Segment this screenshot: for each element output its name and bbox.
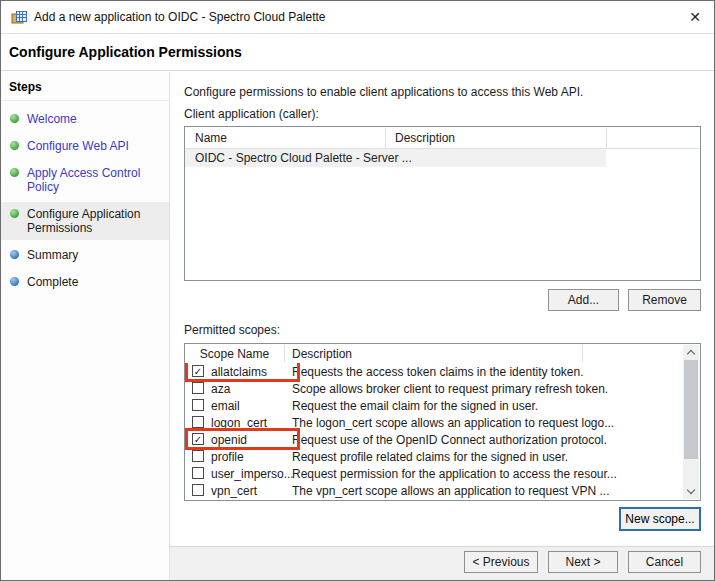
scope-name: profile bbox=[211, 450, 244, 464]
next-button[interactable]: Next > bbox=[548, 551, 618, 573]
scope-row[interactable]: profile Request profile related claims f… bbox=[185, 448, 682, 465]
scope-checkbox[interactable] bbox=[192, 416, 204, 428]
step-label: Complete bbox=[27, 275, 78, 289]
client-application-label: Client application (caller): bbox=[184, 107, 319, 121]
step-item[interactable]: Configure Web API bbox=[1, 134, 169, 158]
scope-checkbox[interactable]: ✓ bbox=[192, 365, 204, 377]
scope-description: Request use of the OpenID Connect author… bbox=[292, 433, 607, 447]
step-label: Apply Access Control Policy bbox=[27, 166, 140, 194]
step-label: Welcome bbox=[27, 112, 77, 126]
step-bullet-icon bbox=[10, 209, 19, 218]
scrollbar[interactable] bbox=[683, 345, 699, 499]
scroll-up-icon[interactable] bbox=[683, 345, 699, 360]
steps-heading: Steps bbox=[1, 72, 169, 101]
scope-column-name[interactable]: Scope Name bbox=[185, 347, 284, 361]
column-divider bbox=[284, 345, 285, 362]
scope-name: vpn_cert bbox=[211, 484, 257, 498]
window-title: Add a new application to OIDC - Spectro … bbox=[34, 10, 326, 24]
scope-name-cell: ✓ allatclaims bbox=[186, 363, 292, 380]
permitted-scopes-table: Scope Name Description ✓ allatclaims Req… bbox=[184, 343, 701, 501]
scroll-down-icon[interactable] bbox=[683, 484, 699, 499]
permitted-scopes-label: Permitted scopes: bbox=[184, 323, 280, 337]
scope-rows: ✓ allatclaims Requests the access token … bbox=[185, 363, 682, 500]
scope-name: user_imperso... bbox=[211, 467, 294, 481]
step-bullet-icon bbox=[10, 168, 19, 177]
remove-button[interactable]: Remove bbox=[628, 289, 701, 311]
scope-name-cell: ✓ openid bbox=[186, 431, 292, 448]
scope-row[interactable]: ✓ openid Request use of the OpenID Conne… bbox=[185, 431, 682, 448]
client-column-name[interactable]: Name bbox=[195, 131, 227, 145]
scope-name-cell: vpn_cert bbox=[186, 482, 292, 499]
page-title: Configure Application Permissions bbox=[9, 44, 242, 60]
application-icon bbox=[11, 9, 28, 26]
step-label: Configure Application Permissions bbox=[27, 207, 140, 235]
scope-checkbox[interactable] bbox=[192, 467, 204, 479]
scope-row[interactable]: vpn_cert The vpn_cert scope allows an ap… bbox=[185, 482, 682, 499]
scope-name: allatclaims bbox=[211, 365, 267, 379]
scope-checkbox[interactable] bbox=[192, 399, 204, 411]
cancel-button[interactable]: Cancel bbox=[628, 551, 701, 573]
step-label: Configure Web API bbox=[27, 139, 129, 153]
previous-button[interactable]: < Previous bbox=[464, 551, 538, 573]
client-rows: OIDC - Spectro Cloud Palette - Server ..… bbox=[185, 149, 700, 167]
scope-description: Requests the access token claims in the … bbox=[292, 365, 584, 379]
scope-name-cell: user_imperso... bbox=[186, 465, 292, 482]
column-divider bbox=[582, 345, 583, 362]
new-scope-button[interactable]: New scope... bbox=[619, 507, 701, 531]
scope-name-cell: aza bbox=[186, 380, 292, 397]
step-bullet-icon bbox=[10, 277, 19, 286]
scope-row[interactable]: user_imperso... Request permission for t… bbox=[185, 465, 682, 482]
instructions-text: Configure permissions to enable client a… bbox=[184, 85, 583, 99]
scope-checkbox[interactable] bbox=[192, 450, 204, 462]
scope-name-cell: email bbox=[186, 397, 292, 414]
wizard-dialog: Add a new application to OIDC - Spectro … bbox=[0, 0, 715, 581]
scope-row[interactable]: email Request the email claim for the si… bbox=[185, 397, 682, 414]
step-item[interactable]: Welcome bbox=[1, 107, 169, 131]
scope-description: The vpn_cert scope allows an application… bbox=[292, 484, 610, 498]
scope-name: openid bbox=[211, 433, 247, 447]
scope-description: The logon_cert scope allows an applicati… bbox=[292, 416, 614, 430]
step-bullet-icon bbox=[10, 250, 19, 259]
client-application-table: Name Description OIDC - Spectro Cloud Pa… bbox=[184, 126, 701, 281]
scope-column-description[interactable]: Description bbox=[292, 347, 352, 361]
scope-name-cell: profile bbox=[186, 448, 292, 465]
scope-name: aza bbox=[211, 382, 230, 396]
scope-row[interactable]: aza Scope allows broker client to reques… bbox=[185, 380, 682, 397]
scope-description: Request the email claim for the signed i… bbox=[292, 399, 538, 413]
scope-name: email bbox=[211, 399, 240, 413]
step-item[interactable]: Apply Access Control Policy bbox=[1, 161, 169, 199]
client-table-header: Name Description bbox=[185, 127, 700, 149]
step-item[interactable]: Summary bbox=[1, 243, 169, 267]
scope-checkbox[interactable]: ✓ bbox=[192, 433, 204, 445]
step-item[interactable]: Complete bbox=[1, 270, 169, 294]
step-item[interactable]: Configure Application Permissions bbox=[1, 202, 169, 240]
scope-description: Scope allows broker client to request pr… bbox=[292, 382, 608, 396]
steps-sidebar: Steps Welcome Configure Web API Apply Ac… bbox=[1, 72, 170, 581]
steps-list: Welcome Configure Web API Apply Access C… bbox=[1, 101, 169, 294]
scopes-table-header: Scope Name Description bbox=[185, 344, 700, 363]
scope-checkbox[interactable] bbox=[192, 484, 204, 496]
title-bar: Add a new application to OIDC - Spectro … bbox=[1, 1, 714, 34]
client-row-name: OIDC - Spectro Cloud Palette - Server ..… bbox=[195, 151, 412, 165]
scope-description: Request profile related claims for the s… bbox=[292, 450, 568, 464]
close-icon[interactable]: ✕ bbox=[685, 7, 705, 27]
page-header: Configure Application Permissions bbox=[1, 35, 714, 71]
column-divider bbox=[385, 128, 386, 148]
scope-row[interactable]: ✓ allatclaims Requests the access token … bbox=[185, 363, 682, 380]
step-bullet-icon bbox=[10, 141, 19, 150]
scope-description: Request permission for the application t… bbox=[292, 467, 617, 481]
column-divider bbox=[606, 128, 607, 148]
add-button[interactable]: Add... bbox=[548, 289, 619, 311]
client-row[interactable]: OIDC - Spectro Cloud Palette - Server ..… bbox=[185, 149, 606, 167]
step-bullet-icon bbox=[10, 114, 19, 123]
scope-checkbox[interactable] bbox=[192, 382, 204, 394]
client-column-description[interactable]: Description bbox=[395, 131, 455, 145]
step-label: Summary bbox=[27, 248, 78, 262]
scrollbar-thumb[interactable] bbox=[684, 360, 698, 459]
